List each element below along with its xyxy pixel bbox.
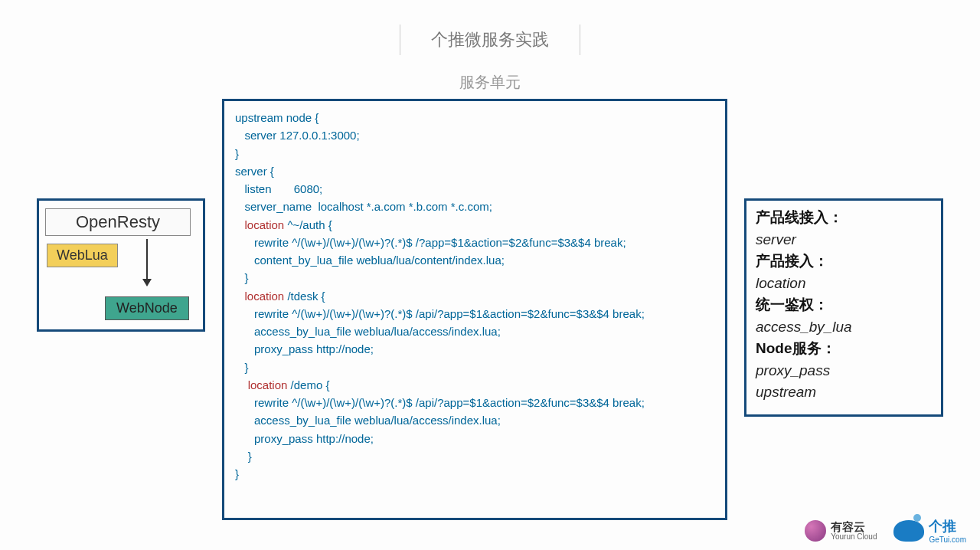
logo-getui: 个推 GeTui.com [893,517,966,544]
page-subtitle: 服务单元 [0,72,980,93]
node-openresty: OpenResty [45,208,191,236]
code-line: location /demo { [235,376,714,394]
code-line: } [235,145,714,162]
code-line: server_name localhost *.a.com *.b.com *.… [235,198,714,215]
yourun-en: Yourun Cloud [831,532,877,541]
anno-product: 产品接入： [756,250,932,273]
whale-icon [893,520,924,542]
annotation-panel: 产品线接入： server 产品接入： location 统一鉴权： acces… [744,198,943,417]
page-title: 个推微服务实践 [431,28,549,51]
code-line: listen 6080; [235,180,714,198]
getui-cn: 个推 [929,519,956,534]
code-line: } [235,269,714,286]
arrow-down-icon [146,239,148,285]
code-line: } [235,447,714,465]
anno-auth-val: access_by_lua [756,316,932,339]
divider-right [580,25,580,55]
node-weblua: WebLua [47,244,118,267]
code-line: } [235,465,714,483]
yourun-cn: 有容云 [831,521,877,532]
anno-auth: 统一鉴权： [756,294,932,316]
code-line: location ^~/auth { [235,216,714,234]
code-line: rewrite ^/(\w+)/(\w+)/(\w+)?(.*)$ /api/?… [235,305,714,322]
footer-logos: 有容云 Yourun Cloud 个推 GeTui.com [805,517,966,544]
node-webnode: WebNode [105,296,189,320]
code-line: server 127.0.0.1:3000; [235,126,714,144]
anno-node-val2: upstream [756,381,932,404]
nginx-config-code: upstream node { server 127.0.0.1:3000; }… [222,99,727,520]
getui-en: GeTui.com [929,535,966,544]
swirl-icon [805,520,826,542]
code-line: access_by_lua_file weblua/lua/access/ind… [235,411,714,429]
code-line: upstream node { [235,109,714,126]
anno-product-line-val: server [756,229,932,251]
code-line: proxy_pass http://node; [235,430,714,447]
code-line: location /tdesk { [235,287,714,305]
code-line: server { [235,162,714,180]
anno-node-val1: proxy_pass [756,360,932,382]
anno-product-line: 产品线接入： [756,207,932,229]
divider-left [400,25,400,55]
anno-product-val: location [756,273,932,295]
code-line: } [235,358,714,376]
logo-youruncloud: 有容云 Yourun Cloud [805,520,877,542]
code-line: rewrite ^/(\w+)/(\w+)/(\w+)?(.*)$ /api/?… [235,394,714,411]
code-line: proxy_pass http://node; [235,340,714,358]
code-line: rewrite ^/(\w+)/(\w+)/(\w+)?(.*)$ /?app=… [235,234,714,251]
code-line: access_by_lua_file weblua/lua/access/ind… [235,322,714,340]
architecture-diagram: OpenResty WebLua WebNode [37,198,205,332]
anno-node-service: Node服务： [756,338,932,360]
code-line: content_by_lua_file weblua/lua/content/i… [235,251,714,269]
